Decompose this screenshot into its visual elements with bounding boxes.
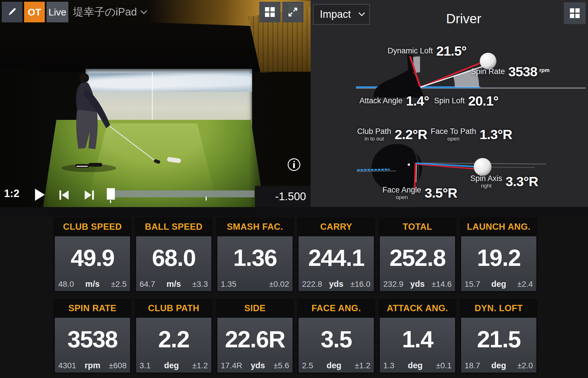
- face-to-path-value: 1.3°R: [480, 128, 512, 141]
- metric-alt-value: 1.3: [383, 361, 394, 370]
- metric-deviation: ±0.1: [436, 361, 452, 370]
- face-angle-value: 3.5°R: [425, 187, 457, 200]
- layout-grid-button[interactable]: [259, 2, 281, 22]
- metric-body: 22.6R 17.4R yds ±5.6: [217, 318, 293, 373]
- metric-tile[interactable]: SIDE 22.6R 17.4R yds ±5.6: [216, 299, 294, 374]
- live-tab[interactable]: Live: [47, 2, 68, 22]
- video-left-shadow: [0, 68, 49, 207]
- metric-tile[interactable]: CLUB SPEED 49.9 48.0 m/s ±2.5: [53, 217, 131, 293]
- metric-tile[interactable]: TOTAL 252.8 232.9 yds ±14.6: [378, 217, 457, 293]
- metric-alt-value: 64.7: [140, 280, 155, 289]
- metric-unit: m/s: [167, 279, 181, 289]
- info-button[interactable]: [288, 158, 300, 171]
- metric-body: 68.0 64.7 m/s ±3.3: [136, 236, 211, 291]
- pencil-icon: [7, 7, 17, 17]
- metric-unit: deg: [491, 279, 506, 289]
- metrics-row-2: SPIN RATE 3538 4301 rpm ±608 CLUB PATH 2…: [53, 299, 541, 374]
- metric-deviation: ±2.0: [517, 361, 533, 370]
- device-label: 堤幸子のiPad: [73, 5, 137, 19]
- metric-unit: yds: [410, 279, 425, 289]
- device-selector[interactable]: 堤幸子のiPad: [73, 2, 146, 22]
- metric-deviation: ±16.0: [350, 280, 370, 289]
- metric-title: SPIN RATE: [53, 299, 131, 318]
- metric-tile[interactable]: FACE ANG. 3.5 2.5 deg ±1.2: [297, 299, 375, 374]
- metric-tile[interactable]: CLUB PATH 2.2 3.1 deg ±1.2: [135, 299, 213, 374]
- dynamic-loft-label: Dynamic Loft: [388, 47, 433, 55]
- playback-rate-button[interactable]: 1:2: [4, 188, 19, 200]
- metric-unit: m/s: [85, 279, 100, 289]
- metric-body: 3538 4301 rpm ±608: [55, 318, 130, 373]
- metric-body: 19.2 15.7 deg ±2.4: [461, 236, 536, 291]
- timeline-scrubber[interactable]: [107, 190, 254, 197]
- metrics-row-1: CLUB SPEED 49.9 48.0 m/s ±2.5 BALL SPEED…: [53, 217, 541, 293]
- face-angle-readout: Face Angle open 3.5°R: [382, 186, 457, 200]
- metric-value: 252.8: [380, 244, 455, 271]
- metric-tile[interactable]: BALL SPEED 68.0 64.7 m/s ±3.3: [135, 217, 213, 293]
- play-button[interactable]: [35, 189, 45, 201]
- skip-forward-button[interactable]: [84, 189, 94, 201]
- metric-value: 21.5: [461, 326, 536, 353]
- metric-tile[interactable]: SPIN RATE 3538 4301 rpm ±608: [53, 299, 131, 374]
- metric-unit: deg: [408, 361, 423, 370]
- info-icon: [293, 161, 295, 162]
- metric-value: 3.5: [299, 326, 374, 353]
- metric-tile[interactable]: CARRY 244.1 222.8 yds ±16.0: [297, 217, 375, 293]
- metric-body: 1.4 1.3 deg ±0.1: [380, 318, 455, 373]
- metric-title: DYN. LOFT: [460, 299, 538, 318]
- metric-deviation: ±0.02: [269, 280, 289, 289]
- metric-tile[interactable]: DYN. LOFT 21.5 18.7 deg ±2.0: [460, 299, 538, 374]
- spin-axis-value: 3.3°R: [506, 175, 538, 188]
- spin-axis-label: Spin Axis: [470, 174, 502, 183]
- metric-value: 19.2: [461, 244, 536, 271]
- attack-angle-readout: Attack Angle 1.4°: [359, 95, 429, 108]
- trackman-screen: OT Live 堤幸子のiPad 1:2: [0, 0, 588, 378]
- playback-time: -1.500: [255, 186, 311, 207]
- skip-back-button[interactable]: [59, 189, 69, 201]
- spin-rate-readout: Spin Rate 3538 rpm: [471, 65, 550, 78]
- scrubber-handle-stem: [110, 200, 111, 203]
- scrubber-handle[interactable]: [107, 188, 115, 200]
- face-to-path-direction: open: [431, 136, 476, 142]
- metric-alt-value: 15.7: [465, 280, 480, 289]
- grid-icon: [265, 7, 275, 17]
- ot-button[interactable]: OT: [24, 2, 45, 22]
- metric-title: LAUNCH ANG.: [460, 217, 538, 236]
- face-angle-label: Face Angle: [382, 186, 421, 194]
- spin-loft-value: 20.1°: [468, 95, 498, 108]
- metric-alt-value: 48.0: [58, 280, 74, 289]
- fullscreen-button[interactable]: [282, 2, 303, 22]
- club-title: Driver: [354, 11, 574, 26]
- metric-tile[interactable]: LAUNCH ANG. 19.2 15.7 deg ±2.4: [460, 217, 538, 293]
- metric-title: BALL SPEED: [135, 217, 213, 236]
- metric-value: 2.2: [136, 326, 211, 353]
- impact-panel: Impact Driver: [311, 0, 588, 207]
- metric-title: CARRY: [297, 217, 375, 236]
- metric-deviation: ±3.3: [192, 280, 208, 289]
- golfer-silhouette: [49, 66, 201, 184]
- metric-body: 2.2 3.1 deg ±1.2: [136, 318, 211, 373]
- edit-button[interactable]: [2, 2, 22, 22]
- metric-value: 244.1: [299, 244, 374, 271]
- metric-deviation: ±1.2: [355, 361, 370, 370]
- metric-title: FACE ANG.: [297, 299, 375, 318]
- metric-tile[interactable]: ATTACK ANG. 1.4 1.3 deg ±0.1: [378, 299, 457, 374]
- metric-title: CLUB PATH: [135, 299, 213, 318]
- metric-deviation: ±2.5: [111, 280, 127, 289]
- metric-alt-value: 232.9: [383, 280, 403, 289]
- club-path-label: Club Path: [357, 127, 391, 136]
- metric-unit: rpm: [85, 361, 100, 370]
- metric-body: 3.5 2.5 deg ±1.2: [299, 318, 374, 373]
- dynamic-loft-readout: Dynamic Loft 21.5°: [388, 45, 467, 58]
- metric-unit: yds: [251, 361, 265, 370]
- metric-value: 22.6R: [217, 326, 293, 353]
- metric-alt-value: 4301: [58, 361, 76, 370]
- spin-rate-label: Spin Rate: [471, 67, 505, 76]
- metric-body: 244.1 222.8 yds ±16.0: [299, 236, 374, 291]
- metric-value: 3538: [55, 326, 130, 353]
- metric-tile[interactable]: SMASH FAC. 1.36 1.35 ±0.02: [216, 217, 294, 293]
- video-panel: OT Live 堤幸子のiPad 1:2: [0, 0, 311, 207]
- metric-alt-value: 18.7: [465, 361, 480, 370]
- attack-angle-label: Attack Angle: [359, 97, 403, 105]
- spin-axis-direction: right: [470, 183, 502, 189]
- metric-title: SMASH FAC.: [216, 217, 294, 236]
